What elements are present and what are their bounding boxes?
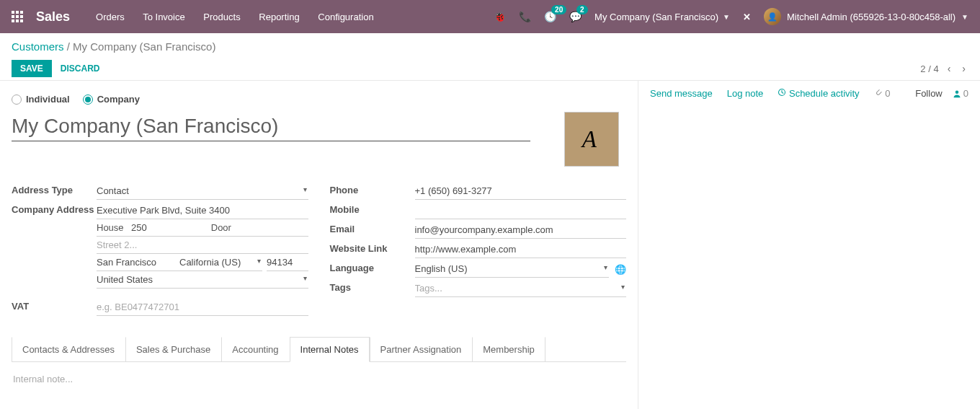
tab-accounting[interactable]: Accounting xyxy=(221,337,289,361)
label-language: Language xyxy=(330,260,415,273)
zip-input[interactable] xyxy=(267,254,308,271)
label-mobile: Mobile xyxy=(330,202,415,215)
tab-panel-internal-notes: Warning on the Sales Order No Message xyxy=(12,362,626,409)
phone-input[interactable] xyxy=(415,182,627,200)
menu-configuration[interactable]: Configuration xyxy=(318,12,373,22)
label-phone: Phone xyxy=(330,182,415,195)
label-website: Website Link xyxy=(330,241,415,254)
pager: 2 / 4 ‹ › xyxy=(920,61,968,76)
activities-icon[interactable]: 🕓20 xyxy=(544,11,556,22)
activities-badge: 20 xyxy=(551,5,566,14)
name-input[interactable] xyxy=(12,112,530,141)
avatar: 👤 xyxy=(764,8,781,25)
toolbar: SAVE DISCARD 2 / 4 ‹ › xyxy=(12,60,968,77)
log-note-button[interactable]: Log note xyxy=(727,88,764,99)
discard-button[interactable]: DISCARD xyxy=(52,60,109,77)
label-company-address: Company Address xyxy=(12,202,97,215)
company-switcher[interactable]: My Company (San Francisco) ▼ xyxy=(594,12,730,22)
breadcrumb: Customers / My Company (San Francisco) xyxy=(12,40,968,53)
user-icon xyxy=(953,89,961,98)
state-select[interactable] xyxy=(179,254,262,271)
radio-individual[interactable]: Individual xyxy=(12,94,70,105)
app-brand[interactable]: Sales xyxy=(36,9,70,25)
paperclip-icon xyxy=(874,88,883,97)
radio-company[interactable]: Company xyxy=(83,94,140,105)
main-header: Sales Orders To Invoice Products Reporti… xyxy=(0,0,980,33)
chevron-down-icon: ▼ xyxy=(723,13,730,21)
door-input[interactable] xyxy=(234,219,308,237)
street-input[interactable] xyxy=(97,202,308,219)
vat-input[interactable] xyxy=(97,299,308,316)
debug-icon[interactable]: 🐞 xyxy=(494,11,506,22)
save-button[interactable]: SAVE xyxy=(12,60,52,77)
menu-reporting[interactable]: Reporting xyxy=(259,12,299,22)
label-vat: VAT xyxy=(12,299,97,312)
company-type-radio: Individual Company xyxy=(12,94,626,105)
address-type-select[interactable] xyxy=(97,182,308,200)
user-name: Mitchell Admin (655926-13-0-80c458-all) xyxy=(787,12,956,22)
label-house: House xyxy=(97,219,131,237)
globe-icon[interactable]: 🌐 xyxy=(615,264,626,275)
attachments-button[interactable]: 0 xyxy=(874,88,891,99)
mobile-input[interactable] xyxy=(415,202,627,219)
breadcrumb-current: My Company (San Francisco) xyxy=(73,40,215,53)
menu-products[interactable]: Products xyxy=(203,12,240,22)
street2-input[interactable] xyxy=(97,237,308,254)
tab-membership[interactable]: Membership xyxy=(472,337,545,361)
pager-next-icon[interactable]: › xyxy=(959,61,968,76)
tab-sales-purchase[interactable]: Sales & Purchase xyxy=(125,337,221,361)
label-door: Door xyxy=(205,219,234,237)
tab-partner-assignation[interactable]: Partner Assignation xyxy=(370,337,473,361)
tab-contacts-addresses[interactable]: Contacts & Addresses xyxy=(12,337,125,361)
user-menu[interactable]: 👤 Mitchell Admin (655926-13-0-80c458-all… xyxy=(764,8,968,25)
language-select[interactable] xyxy=(415,260,610,278)
radio-icon xyxy=(12,94,22,105)
house-input[interactable] xyxy=(131,219,205,237)
chatter: Send message Log note Schedule activity … xyxy=(638,81,980,409)
main-menu: Orders To Invoice Products Reporting Con… xyxy=(96,12,390,22)
phone-icon[interactable]: 📞 xyxy=(519,11,531,22)
company-image[interactable] xyxy=(564,112,619,167)
radio-icon xyxy=(83,94,93,105)
discuss-icon[interactable]: 💬2 xyxy=(569,11,582,22)
schedule-activity-button[interactable]: Schedule activity xyxy=(778,88,859,99)
pager-prev-icon[interactable]: ‹ xyxy=(945,61,954,76)
apps-icon[interactable] xyxy=(12,11,23,22)
chevron-down-icon: ▼ xyxy=(961,13,968,21)
pager-value[interactable]: 2 / 4 xyxy=(920,63,938,74)
internal-note-input[interactable] xyxy=(13,372,625,386)
label-address-type: Address Type xyxy=(12,182,97,195)
notebook-tabs: Contacts & Addresses Sales & Purchase Ac… xyxy=(12,337,626,362)
clock-icon xyxy=(778,88,786,97)
tags-input[interactable] xyxy=(415,280,627,297)
breadcrumb-root[interactable]: Customers xyxy=(12,40,64,53)
label-tags: Tags xyxy=(330,280,415,293)
company-name-label: My Company (San Francisco) xyxy=(594,12,718,22)
tab-internal-notes[interactable]: Internal Notes xyxy=(290,337,370,362)
form-view: Individual Company Address Type Company … xyxy=(0,81,638,409)
systray: 🐞 📞 🕓20 💬2 My Company (San Francisco) ▼ … xyxy=(494,8,968,25)
follow-button[interactable]: Follow xyxy=(915,88,943,99)
discuss-badge: 2 xyxy=(576,5,588,14)
followers-count[interactable]: 0 xyxy=(953,88,968,99)
website-input[interactable] xyxy=(415,241,627,258)
country-select[interactable] xyxy=(97,271,308,289)
city-input[interactable] xyxy=(97,254,179,271)
menu-to-invoice[interactable]: To Invoice xyxy=(143,12,185,22)
control-panel: Customers / My Company (San Francisco) S… xyxy=(0,33,980,77)
close-icon[interactable]: ✕ xyxy=(743,12,751,22)
svg-point-1 xyxy=(956,90,959,94)
menu-orders[interactable]: Orders xyxy=(96,12,125,22)
send-message-button[interactable]: Send message xyxy=(650,88,713,99)
label-email: Email xyxy=(330,221,415,234)
email-input[interactable] xyxy=(415,221,627,239)
